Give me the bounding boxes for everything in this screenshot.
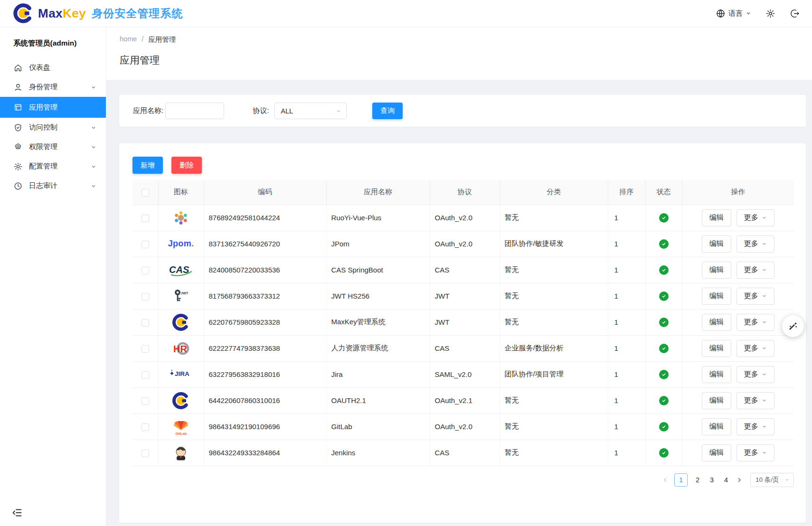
cell-protocol: OAuth_v2.0 [430, 205, 500, 231]
edit-button[interactable]: 编辑 [702, 444, 731, 461]
chevron-down-icon [91, 125, 96, 131]
chevron-down-icon [336, 108, 341, 114]
edit-button[interactable]: 编辑 [702, 262, 731, 279]
status-enabled-icon [659, 448, 669, 458]
cell-app-name: Jenkins [326, 440, 430, 466]
cell-code: 622227747938373638 [204, 335, 326, 361]
edit-button[interactable]: 编辑 [702, 418, 731, 435]
row-checkbox[interactable] [142, 267, 149, 274]
globe-icon [716, 9, 726, 19]
sidebar-item-2[interactable]: 应用管理 [0, 97, 106, 118]
svg-text:GitLab: GitLab [176, 432, 187, 436]
table-row: HR 622227747938373638 人力资源管理系统 CAS 企业服务/… [132, 335, 794, 361]
chevron-down-icon [762, 450, 767, 455]
cell-code: 824008507220033536 [204, 257, 326, 283]
table-header-row: 图标编码应用名称协议分类排序状态操作 [132, 180, 794, 205]
more-button[interactable]: 更多 [736, 288, 774, 305]
topbar-actions: 语言 [716, 9, 800, 19]
maxkey-logo-icon [12, 2, 34, 24]
cell-code: 986431492190109696 [204, 413, 326, 440]
more-button[interactable]: 更多 [736, 366, 774, 383]
pagination-page-4[interactable]: 4 [722, 476, 730, 484]
more-button[interactable]: 更多 [736, 314, 774, 331]
settings-gear-icon[interactable] [765, 9, 775, 19]
table-row: 986432249333284864 Jenkins CAS 暂无 1 编辑 更… [132, 440, 794, 466]
cell-sort: 1 [608, 440, 645, 466]
row-checkbox[interactable] [142, 450, 149, 457]
table-row: 876892492581044224 RuoYi-Vue-Plus OAuth_… [132, 205, 794, 231]
filter-card: 应用名称: 协议: ALL 查询 [119, 95, 806, 127]
row-checkbox[interactable] [142, 371, 149, 379]
edit-button[interactable]: 编辑 [702, 235, 731, 253]
status-enabled-icon [659, 344, 669, 353]
row-checkbox[interactable] [142, 293, 149, 301]
column-header: 协议 [430, 180, 500, 205]
pagination-prev-icon[interactable] [662, 477, 669, 483]
protocol-select[interactable]: ALL [274, 103, 347, 119]
theme-helper-fab[interactable] [782, 315, 804, 337]
edit-button[interactable]: 编辑 [702, 392, 731, 409]
app-icon-hr: HR [167, 338, 195, 359]
more-button[interactable]: 更多 [736, 235, 774, 253]
edit-button[interactable]: 编辑 [702, 209, 731, 226]
more-button[interactable]: 更多 [736, 392, 774, 409]
more-button[interactable]: 更多 [736, 340, 774, 357]
more-button[interactable]: 更多 [736, 209, 774, 226]
more-button[interactable]: 更多 [736, 418, 774, 435]
cell-app-name: CAS SpringBoot [326, 257, 430, 283]
row-checkbox[interactable] [142, 215, 149, 222]
pagination-page-3[interactable]: 3 [708, 476, 716, 484]
magic-wand-icon [787, 320, 799, 332]
cell-actions: 编辑 更多 [682, 283, 794, 309]
sidebar-item-6[interactable]: 日志审计 [0, 176, 106, 196]
app-name-input[interactable] [165, 103, 224, 119]
sidebar-item-3[interactable]: 访问控制 [0, 118, 106, 137]
sidebar-item-4[interactable]: 权限管理 [0, 137, 106, 157]
row-checkbox[interactable] [142, 423, 149, 431]
row-checkbox[interactable] [142, 345, 149, 353]
sidebar-item-1[interactable]: 身份管理 [0, 77, 106, 97]
cell-code: 837136275440926720 [204, 231, 326, 257]
applications-table: 图标编码应用名称协议分类排序状态操作 876892492581044224 Ru… [132, 180, 794, 466]
logout-icon[interactable] [790, 9, 800, 19]
row-select-cell [132, 440, 158, 466]
sidebar-menu: 仪表盘身份管理应用管理访问控制权限管理配置管理日志审计 [0, 58, 106, 196]
brand-subtitle: 身份安全管理系统 [92, 6, 183, 21]
row-checkbox[interactable] [142, 397, 149, 405]
select-all-header [132, 180, 158, 205]
cell-icon [158, 387, 204, 413]
search-button[interactable]: 查询 [372, 103, 403, 119]
pagination-page-1[interactable]: 1 [674, 473, 688, 487]
row-checkbox[interactable] [142, 319, 149, 327]
cell-category: 暂无 [500, 205, 608, 231]
cell-status [645, 335, 682, 361]
app-icon-jpom: Jpom. [167, 233, 195, 255]
sidebar-item-5[interactable]: 配置管理 [0, 157, 106, 176]
cell-protocol: CAS [430, 257, 500, 283]
pagination-next-icon[interactable] [736, 477, 743, 483]
select-all-checkbox[interactable] [142, 189, 149, 197]
cell-protocol: OAuth_v2.1 [430, 387, 500, 413]
cell-protocol: JWT [430, 283, 500, 309]
cell-status [645, 440, 682, 466]
add-button[interactable]: 新增 [132, 157, 163, 174]
svg-text:CAS: CAS [169, 264, 189, 275]
table-body: 876892492581044224 RuoYi-Vue-Plus OAuth_… [132, 205, 794, 466]
more-button[interactable]: 更多 [736, 444, 774, 461]
edit-button[interactable]: 编辑 [702, 314, 731, 331]
delete-button[interactable]: 删除 [171, 157, 202, 174]
sidebar-collapse-icon[interactable] [11, 507, 23, 518]
pagination-page-2[interactable]: 2 [693, 476, 702, 484]
edit-button[interactable]: 编辑 [702, 366, 731, 383]
page-size-select[interactable]: 10 条/页 [750, 473, 794, 487]
language-switcher[interactable]: 语言 [716, 9, 751, 19]
sidebar-item-0[interactable]: 仪表盘 [0, 58, 106, 77]
app-icon-gitlab: GitLab [167, 415, 195, 437]
status-enabled-icon [659, 318, 669, 327]
row-checkbox[interactable] [142, 241, 149, 248]
edit-button[interactable]: 编辑 [702, 340, 731, 357]
chevron-down-icon [762, 215, 767, 220]
more-button[interactable]: 更多 [736, 262, 774, 279]
edit-button[interactable]: 编辑 [702, 288, 731, 305]
breadcrumb-home[interactable]: home [120, 35, 137, 44]
